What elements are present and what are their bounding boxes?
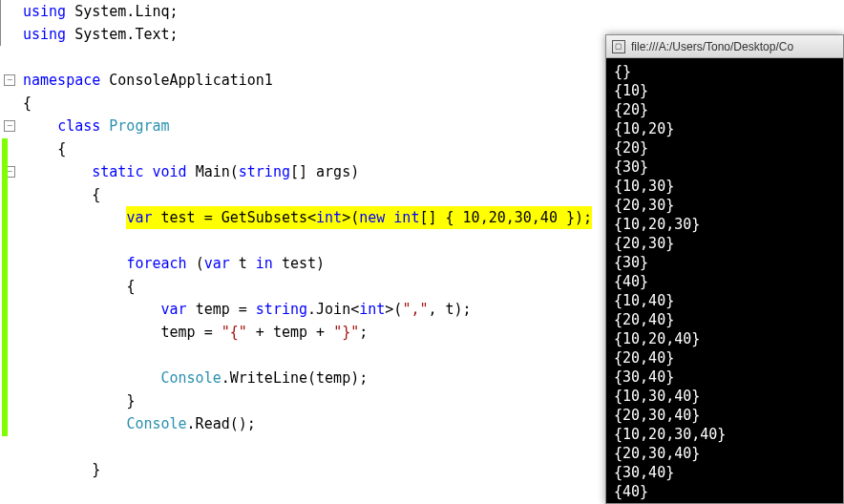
console-titlebar[interactable]: ▢ file:///A:/Users/Tono/Desktop/Co (606, 35, 843, 58)
gutter (0, 0, 19, 23)
code-content: class Program (19, 115, 170, 137)
code-content: var test = GetSubsets<int>(new int[] { 1… (19, 206, 592, 229)
code-content: { (19, 183, 100, 206)
code-content: var temp = string.Join<int>(",", t); (19, 298, 472, 321)
console-output: {} {10} {20} {10,20} {20} {30} {10,30} {… (606, 58, 843, 504)
code-content: namespace ConsoleApplication1 (19, 69, 273, 92)
code-content: Console.Read(); (19, 412, 256, 435)
code-content: temp = "{" + temp + "}"; (19, 321, 368, 344)
fold-toggle[interactable]: − (4, 74, 15, 86)
change-indicator (2, 138, 8, 436)
gutter (0, 435, 19, 458)
code-content: } (19, 458, 100, 481)
gutter (0, 92, 19, 115)
gutter: − (0, 115, 19, 137)
code-content: static void Main(string[] args) (19, 160, 359, 183)
code-content: { (19, 92, 32, 115)
code-content: Console.WriteLine(temp); (19, 367, 368, 389)
fold-toggle[interactable]: − (4, 120, 15, 132)
code-content: using System.Text; (19, 23, 179, 46)
highlighted-code: var test = GetSubsets<int>(new int[] { 1… (126, 206, 592, 229)
gutter: − (0, 69, 19, 92)
code-line[interactable]: using System.Linq; (0, 0, 844, 23)
code-content: foreach (var t in test) (19, 252, 325, 275)
gutter (0, 46, 19, 69)
app-icon: ▢ (612, 40, 625, 53)
code-content: } (19, 389, 135, 412)
code-content: using System.Linq; (19, 0, 179, 23)
gutter (0, 458, 19, 481)
gutter (0, 481, 19, 504)
code-content: { (19, 137, 66, 160)
gutter (0, 23, 19, 46)
code-content: { (19, 275, 135, 298)
console-title-text: file:///A:/Users/Tono/Desktop/Co (631, 40, 793, 53)
console-window[interactable]: ▢ file:///A:/Users/Tono/Desktop/Co {} {1… (605, 34, 844, 504)
